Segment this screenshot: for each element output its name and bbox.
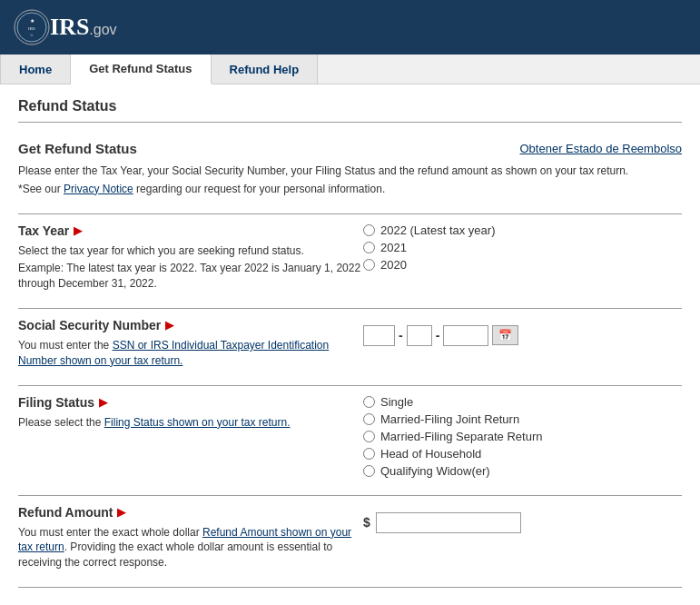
filing-status-section: Filing Status ▶ Please select the Filing… <box>18 395 682 496</box>
filing-status-options: Single Married-Filing Joint Return Marri… <box>363 395 682 481</box>
refund-amount-suffix: . Providing the exact whole dollar amoun… <box>18 541 332 569</box>
ssn-desc-prefix: You must enter the <box>18 339 113 352</box>
tax-year-2021-label: 2021 <box>380 241 407 254</box>
nav-refund-help[interactable]: Refund Help <box>212 55 319 84</box>
filing-status-left: Filing Status ▶ Please select the Filing… <box>18 395 363 433</box>
filing-qualifying-widow-option: Qualifying Widow(er) <box>363 464 682 478</box>
ssn-container: - - 📅 <box>363 325 682 346</box>
tax-year-2021-radio[interactable] <box>363 242 375 253</box>
irs-logo: ★ IRS ⚖ IRS.gov <box>14 9 117 45</box>
filing-single-label: Single <box>380 395 413 409</box>
tax-year-section: Tax Year ▶ Select the tax year for which… <box>18 223 682 309</box>
svg-text:IRS: IRS <box>28 26 35 31</box>
refund-amount-input[interactable] <box>376 512 521 533</box>
spanish-link[interactable]: Obtener Estado de Reembolso <box>520 142 683 155</box>
site-header: ★ IRS ⚖ IRS.gov <box>0 0 700 55</box>
svg-text:★: ★ <box>30 18 35 24</box>
filing-status-header: Filing Status ▶ <box>18 395 363 410</box>
refund-amount-row: Refund Amount ▶ You must enter the exact… <box>18 505 682 573</box>
filing-head-of-household-label: Head of Household <box>380 447 481 461</box>
refund-amount-section: Refund Amount ▶ You must enter the exact… <box>18 505 682 588</box>
refund-amount-input-area: $ <box>363 505 682 533</box>
ssn-inputs: - - 📅 <box>363 318 682 346</box>
ssn-required-icon: ▶ <box>165 319 173 332</box>
tax-year-left: Tax Year ▶ Select the tax year for which… <box>18 223 363 294</box>
nav-home[interactable]: Home <box>0 55 71 84</box>
refund-amount-label: Refund Amount <box>18 505 113 520</box>
filing-married-separate-radio[interactable] <box>363 431 375 442</box>
gov-text: .gov <box>89 22 116 37</box>
tax-year-options: 2022 (Latest tax year) 2021 2020 <box>363 223 682 275</box>
ssn-row: Social Security Number ▶ You must enter … <box>18 318 682 372</box>
irs-text: IRS <box>50 14 89 40</box>
tax-year-label: Tax Year <box>18 223 69 238</box>
tax-year-row: Tax Year ▶ Select the tax year for which… <box>18 223 682 294</box>
filing-status-link[interactable]: Filing Status shown on your tax return. <box>104 416 291 429</box>
tax-year-example: Example: The latest tax year is 2022. Ta… <box>18 261 363 292</box>
irs-seal-icon: ★ IRS ⚖ <box>14 9 50 45</box>
filing-status-label: Filing Status <box>18 395 94 410</box>
navigation: Home Get Refund Status Refund Help <box>0 55 700 84</box>
calendar-button[interactable]: 📅 <box>492 325 518 345</box>
filing-qualifying-widow-radio[interactable] <box>363 465 375 477</box>
refund-amount-desc: You must enter the exact whole dollar <box>18 526 202 539</box>
filing-status-desc-prefix: Please select the <box>18 416 104 429</box>
tax-year-description: Select the tax year for which you are se… <box>18 243 363 259</box>
ssn-label: Social Security Number <box>18 318 161 332</box>
filing-married-joint-label: Married-Filing Joint Return <box>380 412 519 426</box>
filing-qualifying-widow-label: Qualifying Widow(er) <box>380 464 490 478</box>
filing-single-option: Single <box>363 395 682 409</box>
page-content: Refund Status Get Refund Status Obtener … <box>0 84 700 605</box>
tax-year-2022-radio[interactable] <box>363 224 375 236</box>
calendar-icon: 📅 <box>498 329 512 342</box>
dollar-sign: $ <box>363 515 370 530</box>
ssn-part3-input[interactable] <box>443 325 488 346</box>
filing-status-description: Please select the Filing Status shown on… <box>18 415 363 431</box>
bottom-row: ▶ Note: For security reasons, we recomme… <box>18 597 682 605</box>
svg-text:⚖: ⚖ <box>30 33 34 37</box>
ssn-separator-2: - <box>436 328 440 342</box>
ssn-separator-1: - <box>399 328 403 342</box>
privacy-prefix: *See our <box>18 183 64 195</box>
tax-year-required-icon: ▶ <box>74 224 82 237</box>
ssn-header: Social Security Number ▶ <box>18 318 363 332</box>
filing-status-required-icon: ▶ <box>99 396 107 409</box>
tax-year-2020-label: 2020 <box>380 258 407 272</box>
privacy-notice-text: *See our Privacy Notice regarding our re… <box>18 182 682 197</box>
page-title: Refund Status <box>18 98 682 123</box>
ssn-part1-input[interactable] <box>363 325 395 346</box>
filing-married-joint-radio[interactable] <box>363 413 375 425</box>
get-refund-header-row: Get Refund Status Obtener Estado de Reem… <box>18 141 682 156</box>
filing-married-separate-option: Married-Filing Separate Return <box>363 430 682 443</box>
refund-amount-required-icon: ▶ <box>117 506 125 519</box>
ssn-section: Social Security Number ▶ You must enter … <box>18 318 682 386</box>
get-refund-intro: Please enter the Tax Year, your Social S… <box>18 164 682 179</box>
filing-status-row: Filing Status ▶ Please select the Filing… <box>18 395 682 481</box>
refund-input-row: $ <box>363 512 682 533</box>
filing-married-separate-label: Married-Filing Separate Return <box>380 430 542 443</box>
ssn-part2-input[interactable] <box>407 325 432 346</box>
refund-amount-description: You must enter the exact whole dollar Re… <box>18 525 363 570</box>
get-refund-section: Get Refund Status Obtener Estado de Reem… <box>18 132 682 214</box>
filing-head-of-household-radio[interactable] <box>363 448 375 460</box>
filing-married-joint-option: Married-Filing Joint Return <box>363 412 682 426</box>
filing-head-of-household-option: Head of Household <box>363 447 682 461</box>
refund-amount-header: Refund Amount ▶ <box>18 505 363 520</box>
ssn-description: You must enter the SSN or IRS Individual… <box>18 338 363 369</box>
privacy-notice-link[interactable]: Privacy Notice <box>64 183 133 195</box>
tax-year-2020-option: 2020 <box>363 258 682 272</box>
tax-year-header: Tax Year ▶ <box>18 223 363 238</box>
nav-get-refund-status[interactable]: Get Refund Status <box>71 55 211 84</box>
get-refund-title: Get Refund Status <box>18 141 137 156</box>
filing-single-radio[interactable] <box>363 396 375 408</box>
tax-year-2020-radio[interactable] <box>363 259 375 271</box>
tax-year-2022-option: 2022 (Latest tax year) <box>363 223 682 237</box>
refund-amount-left: Refund Amount ▶ You must enter the exact… <box>18 505 363 573</box>
tax-year-2021-option: 2021 <box>363 241 682 254</box>
privacy-suffix: regarding our request for your personal … <box>133 183 385 195</box>
ssn-left: Social Security Number ▶ You must enter … <box>18 318 363 372</box>
tax-year-2022-label: 2022 (Latest tax year) <box>380 223 495 237</box>
